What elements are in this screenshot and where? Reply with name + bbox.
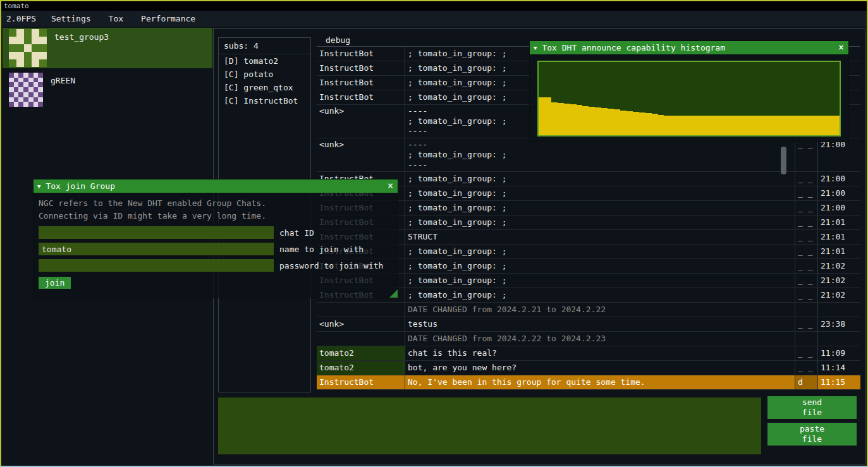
window-title: tomato xyxy=(4,2,29,10)
avatar-pixel xyxy=(9,92,14,97)
group-avatar-icon xyxy=(9,73,43,107)
join-group-titlebar[interactable]: ▼ Tox join Group × xyxy=(34,179,398,193)
avatar-pixel xyxy=(9,73,14,78)
message-text: DATE CHANGED from 2024.2.21 to 2024.2.22 xyxy=(405,303,795,317)
avatar-pixel xyxy=(34,97,39,102)
menu-item-settings[interactable]: Settings xyxy=(42,12,100,25)
histogram-bar xyxy=(652,114,658,135)
chat-id-input[interactable] xyxy=(39,226,274,239)
message-text: ; tomato_in_group: ; xyxy=(405,201,795,215)
avatar-pixel xyxy=(28,92,34,97)
message-line: ; tomato_in_group: ; xyxy=(408,275,792,286)
histogram-bar xyxy=(614,109,620,135)
join-field-row: password to join with xyxy=(39,259,393,272)
message-time: 21:02 xyxy=(818,288,860,302)
collapse-arrow-icon[interactable]: ▼ xyxy=(37,183,40,190)
date-separator-row: DATE CHANGED from 2024.2.21 to 2024.2.22 xyxy=(317,303,860,317)
join-group-body: NGC refers to the New DHT enabled Group … xyxy=(34,193,398,293)
message-line: ; tomato_in_group: ; xyxy=(408,217,792,228)
os-titlebar[interactable]: tomato xyxy=(1,1,867,11)
message-text: ; tomato_in_group: ; xyxy=(405,288,795,302)
histogram-bar xyxy=(601,108,608,135)
collapse-arrow-icon[interactable]: ▼ xyxy=(534,45,537,51)
chat-message-row: tomato2chat is this real?_ _11:09 xyxy=(317,346,860,361)
join-name-input[interactable] xyxy=(39,243,274,255)
message-flags: _ _ xyxy=(795,274,818,288)
avatar-pixel xyxy=(24,59,32,67)
tab-debug[interactable]: debug xyxy=(318,34,358,46)
message-line: ; tomato_in_group: ; xyxy=(408,260,792,272)
message-flags: _ _ xyxy=(795,230,818,244)
menu-item-tox[interactable]: Tox xyxy=(100,12,132,25)
avatar-pixel xyxy=(14,97,19,102)
chat-message-row: InstructBot; tomato_in_group: ;_ _21:01 xyxy=(317,215,860,230)
histogram-bar xyxy=(627,111,633,135)
message-author: InstructBot xyxy=(317,90,405,104)
message-flags: _ _ xyxy=(795,317,818,331)
close-icon[interactable]: × xyxy=(838,42,844,53)
chat-message-row: InstructBot; tomato_in_group: ;_ _21:02 xyxy=(317,259,860,274)
message-text: ; tomato_in_group: ; xyxy=(405,245,795,258)
menu-item-performance[interactable]: Performance xyxy=(132,12,204,25)
message-time: 21:01 xyxy=(818,230,860,244)
resize-grip[interactable] xyxy=(389,289,398,298)
chat-message-row: InstructBot; tomato_in_group: ;_ _21:02 xyxy=(317,288,860,303)
avatar-pixel xyxy=(28,102,34,107)
avatar-pixel xyxy=(38,78,43,83)
message-text: STRUCT xyxy=(405,230,795,244)
histogram-bar xyxy=(708,116,714,135)
message-time: 11:14 xyxy=(818,361,860,375)
group-avatar-icon xyxy=(9,29,47,67)
message-flags: _ _ xyxy=(795,138,818,171)
histogram-bar xyxy=(539,97,545,135)
close-icon[interactable]: × xyxy=(388,180,393,191)
member-item: [D] tomato2 xyxy=(219,54,310,68)
chat-message-row: <unk>testus_ _23:38 xyxy=(317,317,860,332)
group-item-gREEN[interactable]: gREEN xyxy=(3,71,212,112)
histogram-bar xyxy=(589,107,595,135)
message-text: ; tomato_in_group: ; xyxy=(405,274,795,288)
message-line: ; tomato_in_group: ; xyxy=(408,202,792,214)
message-line: testus xyxy=(408,318,792,330)
avatar-pixel xyxy=(14,73,19,78)
histogram-bar xyxy=(595,107,601,135)
chat-message-row: InstructBot; tomato_in_group: ;_ _21:00 xyxy=(317,201,860,215)
avatar-pixel xyxy=(24,44,32,52)
chat-message-row: tomato2bot, are you new here?_ _11:14 xyxy=(317,361,860,375)
chat-message-row: InstructBot; tomato_in_group: ;_ _21:00 xyxy=(317,186,860,201)
avatar-pixel xyxy=(9,87,14,92)
avatar-pixel xyxy=(28,82,34,87)
message-text: ; tomato_in_group: ; xyxy=(405,259,795,273)
histogram-bar xyxy=(714,116,721,135)
avatar-pixel xyxy=(39,59,47,67)
group-item-test_group3[interactable]: test_group3 xyxy=(3,28,212,68)
message-author xyxy=(317,332,405,346)
avatar-pixel xyxy=(18,92,23,97)
histogram-bar xyxy=(695,116,702,135)
join-button[interactable]: join xyxy=(39,277,71,289)
message-flags: _ _ xyxy=(795,186,818,200)
message-line: ; tomato_in_group: ; xyxy=(408,289,792,301)
avatar-pixel xyxy=(34,92,39,97)
paste-file-button[interactable]: paste file xyxy=(767,423,857,446)
histogram-bar xyxy=(809,116,815,135)
chat-scrollbar-thumb[interactable] xyxy=(781,147,786,174)
histogram-bar xyxy=(551,102,558,135)
message-composer[interactable] xyxy=(218,397,761,454)
message-time: 21:00 xyxy=(818,138,860,171)
message-flags: _ _ xyxy=(795,361,818,375)
histogram-bar xyxy=(733,116,740,135)
send-file-button[interactable]: send file xyxy=(767,396,857,419)
message-author: <unk> xyxy=(317,138,405,171)
avatar-pixel xyxy=(32,59,39,67)
avatar-pixel xyxy=(9,78,14,83)
member-list: [D] tomato2[C] potato[C] green_qtox[C] I… xyxy=(219,54,310,107)
histogram-bar xyxy=(758,116,764,135)
message-author: tomato2 xyxy=(317,346,405,360)
join-password-input[interactable] xyxy=(39,259,274,272)
avatar-pixel xyxy=(14,87,19,92)
dht-histogram-titlebar[interactable]: ▼ Tox DHT announce capability histogram … xyxy=(530,41,848,54)
histogram-bar xyxy=(658,115,664,135)
join-field-label: password to join with xyxy=(279,261,383,270)
avatar-pixel xyxy=(23,87,28,92)
